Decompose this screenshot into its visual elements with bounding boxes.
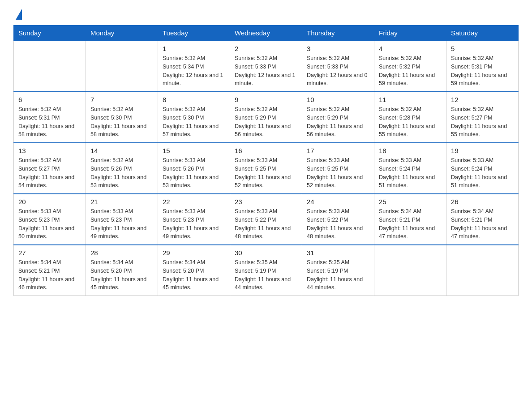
logo-triangle-icon — [16, 9, 22, 20]
table-row: 25Sunrise: 5:34 AMSunset: 5:21 PMDayligh… — [374, 194, 446, 245]
day-number: 11 — [379, 96, 442, 103]
header-sunday: Sunday — [14, 26, 86, 41]
day-info: Sunrise: 5:34 AMSunset: 5:21 PMDaylight:… — [379, 207, 442, 241]
day-info: Sunrise: 5:32 AMSunset: 5:28 PMDaylight:… — [379, 105, 442, 139]
day-info: Sunrise: 5:34 AMSunset: 5:20 PMDaylight:… — [90, 258, 153, 292]
day-info: Sunrise: 5:32 AMSunset: 5:31 PMDaylight:… — [18, 105, 81, 139]
day-number: 9 — [235, 96, 297, 103]
table-row: 7Sunrise: 5:32 AMSunset: 5:30 PMDaylight… — [86, 92, 158, 143]
day-number: 20 — [18, 198, 81, 206]
calendar-table: Sunday Monday Tuesday Wednesday Thursday… — [13, 25, 519, 296]
day-info: Sunrise: 5:32 AMSunset: 5:30 PMDaylight:… — [90, 105, 153, 139]
header-wednesday: Wednesday — [230, 26, 302, 41]
day-info: Sunrise: 5:32 AMSunset: 5:26 PMDaylight:… — [90, 156, 153, 190]
day-number: 7 — [90, 96, 153, 103]
day-number: 10 — [307, 96, 369, 103]
table-row: 11Sunrise: 5:32 AMSunset: 5:28 PMDayligh… — [374, 92, 446, 143]
table-row — [86, 41, 158, 92]
calendar-week-row: 6Sunrise: 5:32 AMSunset: 5:31 PMDaylight… — [14, 92, 519, 143]
day-info: Sunrise: 5:34 AMSunset: 5:21 PMDaylight:… — [451, 207, 514, 241]
calendar-week-row: 13Sunrise: 5:32 AMSunset: 5:27 PMDayligh… — [14, 143, 519, 194]
day-info: Sunrise: 5:32 AMSunset: 5:30 PMDaylight:… — [163, 105, 225, 139]
table-row: 27Sunrise: 5:34 AMSunset: 5:21 PMDayligh… — [14, 245, 86, 296]
day-info: Sunrise: 5:35 AMSunset: 5:19 PMDaylight:… — [235, 258, 297, 292]
day-number: 26 — [451, 198, 514, 206]
calendar-week-row: 1Sunrise: 5:32 AMSunset: 5:34 PMDaylight… — [14, 41, 519, 92]
day-number: 4 — [379, 45, 442, 52]
header-monday: Monday — [86, 26, 158, 41]
day-info: Sunrise: 5:32 AMSunset: 5:29 PMDaylight:… — [307, 105, 369, 139]
day-info: Sunrise: 5:32 AMSunset: 5:33 PMDaylight:… — [235, 54, 297, 88]
day-number: 28 — [90, 249, 153, 257]
day-number: 17 — [307, 147, 369, 154]
day-number: 30 — [235, 249, 297, 257]
table-row: 9Sunrise: 5:32 AMSunset: 5:29 PMDaylight… — [230, 92, 302, 143]
day-info: Sunrise: 5:32 AMSunset: 5:33 PMDaylight:… — [307, 54, 369, 88]
table-row — [446, 245, 519, 296]
day-info: Sunrise: 5:33 AMSunset: 5:24 PMDaylight:… — [451, 156, 514, 190]
table-row: 4Sunrise: 5:32 AMSunset: 5:32 PMDaylight… — [374, 41, 446, 92]
table-row: 30Sunrise: 5:35 AMSunset: 5:19 PMDayligh… — [230, 245, 302, 296]
logo — [13, 9, 22, 21]
header-friday: Friday — [374, 26, 446, 41]
day-info: Sunrise: 5:34 AMSunset: 5:20 PMDaylight:… — [163, 258, 225, 292]
table-row: 19Sunrise: 5:33 AMSunset: 5:24 PMDayligh… — [446, 143, 519, 194]
day-number: 23 — [235, 198, 297, 206]
day-number: 1 — [163, 45, 225, 52]
table-row: 1Sunrise: 5:32 AMSunset: 5:34 PMDaylight… — [158, 41, 230, 92]
calendar-header-row: Sunday Monday Tuesday Wednesday Thursday… — [14, 26, 519, 41]
day-info: Sunrise: 5:34 AMSunset: 5:21 PMDaylight:… — [18, 258, 81, 292]
table-row: 16Sunrise: 5:33 AMSunset: 5:25 PMDayligh… — [230, 143, 302, 194]
day-number: 8 — [163, 96, 225, 103]
day-info: Sunrise: 5:35 AMSunset: 5:19 PMDaylight:… — [307, 258, 369, 292]
day-info: Sunrise: 5:33 AMSunset: 5:26 PMDaylight:… — [163, 156, 225, 190]
table-row — [374, 245, 446, 296]
table-row: 31Sunrise: 5:35 AMSunset: 5:19 PMDayligh… — [302, 245, 374, 296]
day-number: 31 — [307, 249, 369, 257]
header-saturday: Saturday — [446, 26, 519, 41]
table-row: 22Sunrise: 5:33 AMSunset: 5:23 PMDayligh… — [158, 194, 230, 245]
table-row — [14, 41, 86, 92]
header-tuesday: Tuesday — [158, 26, 230, 41]
table-row: 15Sunrise: 5:33 AMSunset: 5:26 PMDayligh… — [158, 143, 230, 194]
table-row: 3Sunrise: 5:32 AMSunset: 5:33 PMDaylight… — [302, 41, 374, 92]
day-info: Sunrise: 5:32 AMSunset: 5:31 PMDaylight:… — [451, 54, 514, 88]
table-row: 28Sunrise: 5:34 AMSunset: 5:20 PMDayligh… — [86, 245, 158, 296]
day-info: Sunrise: 5:33 AMSunset: 5:24 PMDaylight:… — [379, 156, 442, 190]
calendar-week-row: 27Sunrise: 5:34 AMSunset: 5:21 PMDayligh… — [14, 245, 519, 296]
table-row: 21Sunrise: 5:33 AMSunset: 5:23 PMDayligh… — [86, 194, 158, 245]
day-info: Sunrise: 5:32 AMSunset: 5:34 PMDaylight:… — [163, 54, 225, 88]
table-row: 13Sunrise: 5:32 AMSunset: 5:27 PMDayligh… — [14, 143, 86, 194]
table-row: 23Sunrise: 5:33 AMSunset: 5:22 PMDayligh… — [230, 194, 302, 245]
table-row: 2Sunrise: 5:32 AMSunset: 5:33 PMDaylight… — [230, 41, 302, 92]
logo-blue-row — [13, 9, 22, 21]
table-row: 26Sunrise: 5:34 AMSunset: 5:21 PMDayligh… — [446, 194, 519, 245]
table-row: 5Sunrise: 5:32 AMSunset: 5:31 PMDaylight… — [446, 41, 519, 92]
day-number: 16 — [235, 147, 297, 154]
day-info: Sunrise: 5:33 AMSunset: 5:22 PMDaylight:… — [307, 207, 369, 241]
day-number: 27 — [18, 249, 81, 257]
table-row: 12Sunrise: 5:32 AMSunset: 5:27 PMDayligh… — [446, 92, 519, 143]
day-number: 29 — [163, 249, 225, 257]
day-number: 13 — [18, 147, 81, 154]
calendar-week-row: 20Sunrise: 5:33 AMSunset: 5:23 PMDayligh… — [14, 194, 519, 245]
day-number: 14 — [90, 147, 153, 154]
day-number: 22 — [163, 198, 225, 206]
table-row: 17Sunrise: 5:33 AMSunset: 5:25 PMDayligh… — [302, 143, 374, 194]
table-row: 10Sunrise: 5:32 AMSunset: 5:29 PMDayligh… — [302, 92, 374, 143]
page-header — [13, 9, 519, 21]
day-number: 19 — [451, 147, 514, 154]
table-row: 29Sunrise: 5:34 AMSunset: 5:20 PMDayligh… — [158, 245, 230, 296]
day-info: Sunrise: 5:33 AMSunset: 5:22 PMDaylight:… — [235, 207, 297, 241]
day-info: Sunrise: 5:33 AMSunset: 5:23 PMDaylight:… — [18, 207, 81, 241]
day-number: 2 — [235, 45, 297, 52]
table-row: 6Sunrise: 5:32 AMSunset: 5:31 PMDaylight… — [14, 92, 86, 143]
table-row: 14Sunrise: 5:32 AMSunset: 5:26 PMDayligh… — [86, 143, 158, 194]
day-number: 25 — [379, 198, 442, 206]
day-info: Sunrise: 5:32 AMSunset: 5:29 PMDaylight:… — [235, 105, 297, 139]
day-info: Sunrise: 5:33 AMSunset: 5:25 PMDaylight:… — [235, 156, 297, 190]
day-number: 12 — [451, 96, 514, 103]
day-number: 3 — [307, 45, 369, 52]
table-row: 18Sunrise: 5:33 AMSunset: 5:24 PMDayligh… — [374, 143, 446, 194]
day-number: 24 — [307, 198, 369, 206]
